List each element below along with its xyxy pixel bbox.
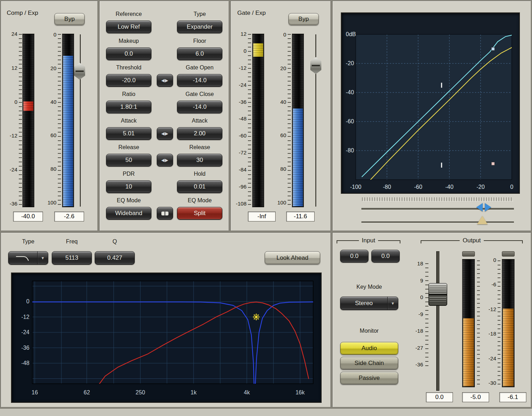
bracket-line — [337, 240, 359, 243]
output-meter-scale: 0-6-12-18-24-30 — [481, 258, 496, 385]
scale-label: -24 — [481, 356, 496, 361]
threshold-button[interactable]: -20.0 — [106, 74, 151, 87]
svg-text:16k: 16k — [295, 389, 305, 395]
gate-close-button[interactable]: -14.0 — [177, 101, 222, 113]
gate-bypass-button[interactable]: Byp — [288, 13, 319, 25]
gate-db-scale: 120-12-24-36-48-60-72-84-96-108 — [232, 32, 246, 206]
bracket-line — [484, 240, 523, 243]
threshold-slider-track[interactable] — [361, 221, 514, 223]
gate-gain-readout[interactable]: -11.6 — [286, 212, 315, 221]
sidechain-eq-chart[interactable]: 16622501k4k16k0-12-24-36-48 — [11, 272, 322, 403]
fader-value-readout[interactable]: 0.0 — [426, 392, 453, 402]
scale-label: -36 — [232, 100, 246, 104]
scale-label: 100 — [272, 200, 286, 205]
comp-panel: Comp / Exp Byp 24120-12-24-36 0204060801… — [1, 1, 98, 231]
makeup-button[interactable]: 0.0 — [106, 47, 151, 60]
tick-marks — [477, 260, 480, 386]
comp-gain-readout[interactable]: -2.6 — [54, 212, 84, 221]
left-meter-clip-indicator[interactable] — [462, 251, 475, 257]
floor-button[interactable]: 6.0 — [177, 47, 222, 60]
output-right-peak-readout[interactable]: -6.1 — [499, 392, 526, 402]
key-mode-dropdown[interactable]: Stereo ▼ — [340, 297, 398, 310]
comp-threshold-readout[interactable]: -40.0 — [13, 212, 43, 221]
svg-text:-80: -80 — [346, 147, 354, 153]
look-ahead-button[interactable]: Look Ahead — [265, 251, 320, 264]
right-meter-clip-indicator[interactable] — [502, 251, 515, 257]
makeup-label: Makeup — [106, 38, 151, 44]
eq-mode-pair-button[interactable] — [157, 207, 173, 220]
monitor-passive-button[interactable]: Passive — [340, 372, 398, 384]
svg-text:-12: -12 — [21, 314, 29, 320]
comp-slider-handle[interactable] — [74, 63, 85, 80]
scale-label: 9 — [409, 278, 423, 283]
scale-label: -18 — [409, 328, 423, 333]
threshold-link-button[interactable]: ◀▶ — [157, 74, 173, 87]
output-fader-track[interactable] — [436, 251, 439, 391]
eq-mode-label: EQ Mode — [106, 197, 151, 204]
eq-freq-label: Freq — [52, 238, 92, 245]
tick-marks — [425, 263, 428, 367]
eq-q-value-button[interactable]: 0.427 — [95, 251, 135, 265]
scale-label: 100 — [43, 200, 56, 205]
plugin-window: { "colors": { "panel-bg": "#d2d0c6", "me… — [0, 0, 532, 416]
comp-input-meter — [22, 34, 34, 207]
gate-level-readout[interactable]: -Inf — [248, 212, 276, 221]
gate-release-button[interactable]: 30 — [177, 154, 222, 167]
input-right-value-button[interactable]: 0.0 — [371, 250, 400, 263]
eq-filter-type-dropdown[interactable]: ▼ — [8, 251, 48, 265]
scale-label: 0 — [272, 32, 286, 37]
split-pair-icon — [161, 212, 168, 215]
release-button[interactable]: 50 — [106, 154, 151, 167]
gate-release-label: Release — [177, 144, 222, 151]
svg-text:-20: -20 — [476, 184, 484, 190]
range-slider-left-handle[interactable] — [476, 203, 483, 212]
eq-mode-wideband-button[interactable]: Wideband — [106, 207, 151, 220]
svg-text:-100: -100 — [350, 184, 361, 190]
eq-mode-split-label: EQ Mode — [177, 197, 222, 204]
hold-button[interactable]: 0.01 — [177, 180, 222, 193]
svg-text:-40: -40 — [445, 184, 453, 190]
scale-label: 0 — [481, 258, 496, 262]
comp-meter-fill — [63, 56, 73, 206]
scale-label: 0 — [232, 49, 246, 53]
svg-text:-20: -20 — [346, 60, 354, 66]
gate-open-label: Gate Open — [177, 64, 222, 71]
svg-text:1k: 1k — [190, 389, 197, 395]
monitor-side-chain-button[interactable]: Side Chain — [340, 357, 398, 370]
svg-text:-24: -24 — [21, 329, 29, 335]
svg-text:-48: -48 — [21, 360, 29, 366]
bracket-line — [421, 240, 460, 243]
transfer-curve-chart[interactable]: -100-80-60-40-2000dB-20-40-60-80 — [341, 12, 520, 194]
ratio-button[interactable]: 1.80:1 — [106, 101, 151, 113]
eq-mode-split-button[interactable]: Split — [177, 207, 222, 220]
pdr-label: PDR — [106, 171, 151, 177]
scale-label: -36 — [4, 201, 17, 206]
output-fader-handle[interactable] — [428, 283, 447, 306]
gate-attack-button[interactable]: 2.00 — [177, 127, 222, 140]
output-label: Output — [460, 237, 483, 244]
eq-freq-value-button[interactable]: 5113 — [52, 251, 92, 265]
range-slider-right-handle[interactable] — [485, 203, 491, 212]
gate-slider-handle[interactable] — [310, 57, 321, 74]
attack-button[interactable]: 5.01 — [106, 127, 151, 140]
pdr-button[interactable]: 10 — [106, 180, 151, 193]
range-ruler — [362, 197, 513, 201]
svg-text:0dB: 0dB — [346, 31, 356, 37]
attack-link-button[interactable]: ◀▶ — [157, 127, 173, 140]
input-left-value-button[interactable]: 0.0 — [340, 250, 368, 263]
tick-marks — [288, 34, 291, 206]
reference-button[interactable]: Low Ref — [106, 21, 151, 33]
comp-bypass-button[interactable]: Byp — [54, 13, 85, 25]
type-button[interactable]: Expander — [177, 21, 222, 33]
scale-label: 20 — [272, 66, 286, 71]
gate-open-button[interactable]: -14.0 — [177, 74, 222, 87]
output-left-peak-readout[interactable]: -5.0 — [462, 392, 489, 402]
scale-label: -6 — [481, 282, 496, 287]
scale-label: 80 — [43, 167, 56, 171]
release-link-button[interactable]: ◀▶ — [157, 154, 173, 167]
monitor-audio-button[interactable]: Audio — [340, 342, 398, 355]
threshold-slider-handle[interactable] — [477, 216, 488, 224]
svg-text:-36: -36 — [21, 345, 29, 351]
scale-label: 40 — [272, 100, 286, 104]
bracket-line — [378, 240, 400, 243]
